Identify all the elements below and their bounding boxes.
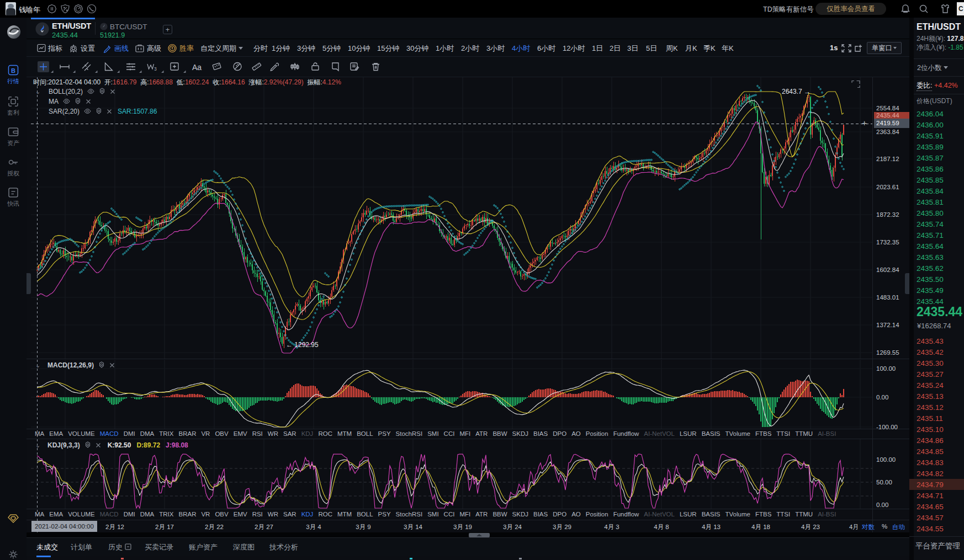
svg-text:← 1292.95: ← 1292.95 <box>286 341 319 349</box>
svg-text:2643.7 →: 2643.7 → <box>782 88 811 95</box>
